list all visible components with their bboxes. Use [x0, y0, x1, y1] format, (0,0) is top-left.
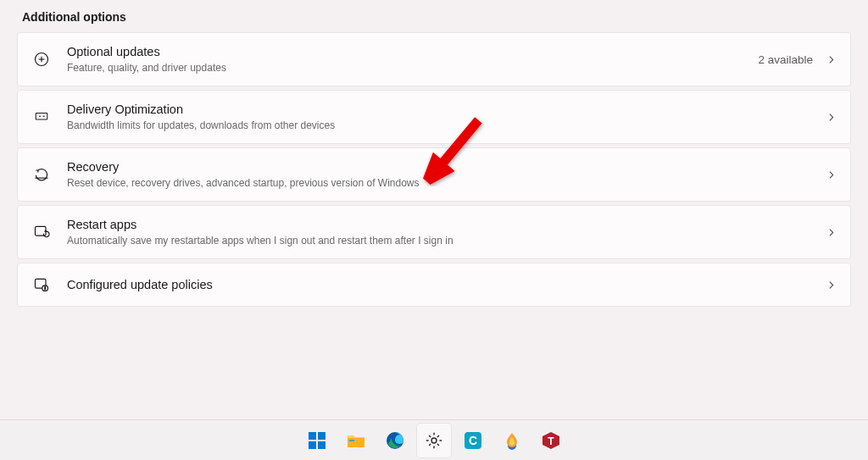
chevron-right-icon [825, 53, 837, 65]
option-subtitle: Reset device, recovery drives, advanced … [67, 176, 825, 190]
option-subtitle: Bandwidth limits for updates, downloads … [67, 119, 825, 132]
svg-rect-14 [318, 441, 326, 449]
option-title: Delivery Optimization [67, 102, 825, 118]
app-t-icon: T [541, 430, 561, 451]
option-delivery-optimization[interactable]: Delivery Optimization Bandwidth limits f… [17, 90, 851, 144]
option-badge: 2 available [758, 53, 813, 66]
chevron-right-icon [825, 226, 837, 238]
settings-icon [424, 430, 444, 451]
option-optional-updates[interactable]: Optional updates Feature, quality, and d… [17, 32, 851, 86]
policies-icon: i [31, 274, 52, 295]
svg-rect-11 [309, 432, 316, 440]
taskbar-app-t[interactable]: T [534, 424, 568, 457]
delivery-icon [31, 107, 52, 127]
taskbar-edge[interactable] [378, 424, 412, 457]
chevron-right-icon [825, 111, 837, 123]
option-configured-update-policies[interactable]: i Configured update policies [17, 263, 851, 307]
chevron-right-icon [825, 169, 837, 180]
app-flame-icon [502, 430, 522, 451]
svg-rect-12 [318, 432, 326, 440]
option-title: Optional updates [67, 44, 758, 60]
svg-text:C: C [469, 434, 477, 447]
taskbar: C T [0, 419, 868, 460]
option-subtitle: Feature, quality, and driver updates [67, 61, 758, 75]
taskbar-app-c[interactable]: C [456, 424, 490, 457]
svg-rect-3 [36, 114, 47, 120]
svg-rect-15 [348, 438, 364, 447]
option-recovery[interactable]: Recovery Reset device, recovery drives, … [17, 147, 851, 202]
option-subtitle: Automatically save my restartable apps w… [67, 234, 825, 247]
option-title: Restart apps [67, 217, 825, 233]
recovery-icon [31, 164, 52, 185]
svg-rect-13 [309, 441, 316, 449]
restart-apps-icon [31, 222, 52, 242]
option-title: Configured update policies [67, 277, 825, 293]
section-title: Additional options [22, 10, 851, 24]
taskbar-file-explorer[interactable] [339, 424, 373, 457]
taskbar-start[interactable] [300, 424, 334, 457]
edge-icon [385, 430, 405, 451]
app-c-icon: C [463, 430, 483, 451]
plus-circle-icon [31, 49, 52, 69]
svg-point-18 [431, 438, 437, 443]
option-restart-apps[interactable]: Restart apps Automatically save my resta… [17, 205, 851, 259]
svg-rect-16 [349, 440, 354, 441]
taskbar-settings[interactable] [417, 424, 451, 457]
option-title: Recovery [67, 159, 825, 175]
svg-rect-6 [36, 226, 47, 236]
taskbar-app-flame[interactable] [495, 424, 529, 457]
chevron-right-icon [825, 279, 837, 291]
windows-start-icon [307, 430, 327, 451]
svg-text:T: T [548, 435, 554, 446]
file-explorer-icon [346, 430, 366, 451]
